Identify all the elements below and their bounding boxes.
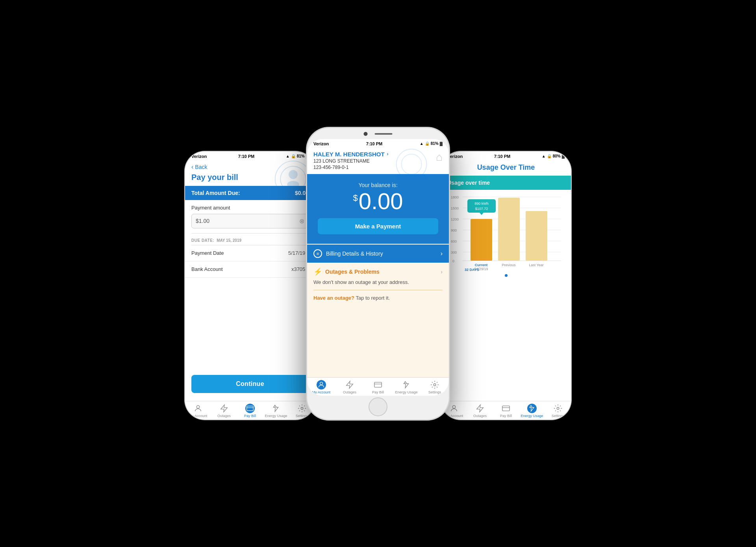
status-bar-center: Verizon 7:10 PM ▲ 🔒 81% ▓ — [307, 139, 449, 148]
account-icon-left — [193, 404, 203, 413]
continue-button[interactable]: Continue — [191, 375, 309, 393]
account-icon-right — [449, 404, 459, 413]
nav-label-energy-left: Energy Usage — [265, 414, 287, 418]
nav-label-outages-left: Outages — [217, 414, 231, 418]
payment-input-row[interactable]: $1.00 ⊗ — [191, 214, 309, 228]
nav-item-outages-left[interactable]: Outages — [211, 404, 237, 418]
phone-left: Verizon 7:10 PM ▲ 🔒 81% ▓ — [185, 152, 315, 419]
svg-marker-12 — [346, 381, 353, 388]
nav-label-paybill-left: Pay Bill — [244, 414, 256, 418]
outages-header[interactable]: ⚡ Outages & Problems › — [307, 263, 449, 279]
home-button[interactable] — [369, 397, 387, 416]
clear-input-icon[interactable]: ⊗ — [299, 217, 304, 225]
chart-dot-1 — [505, 274, 508, 277]
bank-account-label: Bank Account — [191, 266, 223, 272]
bank-account-value: x3705 › — [291, 266, 309, 273]
billing-details-label: Billing Details & History — [326, 250, 383, 257]
phone-center-screen: Verizon 7:10 PM ▲ 🔒 81% ▓ — [307, 139, 449, 396]
svg-text:Last Year: Last Year — [529, 263, 544, 267]
svg-text:0: 0 — [452, 259, 454, 263]
screen-content-left: ‹ Back Pay your bill Total Amount Due: $… — [185, 160, 315, 401]
svg-rect-35 — [498, 198, 520, 261]
balance-amount-row: $ 0.00 — [307, 190, 449, 213]
chart-area: 1800 1500 1200 900 600 300 0 890 kWh $10… — [441, 190, 571, 401]
nav-item-paybill-left[interactable]: Pay Bill — [237, 404, 263, 418]
balance-dollar: $ — [353, 193, 358, 203]
outages-section: ⚡ Outages & Problems › We don't show an … — [307, 263, 449, 377]
profile-bg-svg — [274, 160, 312, 198]
nav-item-energy-center[interactable]: Energy Usage — [392, 380, 421, 394]
svg-point-11 — [320, 382, 323, 385]
battery-left: ▲ 🔒 81% ▓ — [286, 154, 309, 158]
svg-rect-30 — [471, 219, 492, 261]
phone-left-screen: Verizon 7:10 PM ▲ 🔒 81% ▓ — [185, 152, 315, 419]
nav-item-paybill-center[interactable]: Pay Bill — [364, 380, 392, 394]
billing-details-row[interactable]: ≡ Billing Details & History › — [307, 245, 449, 263]
bottom-nav-right: My Account Outages Pay Bill — [441, 401, 571, 419]
billing-chevron-icon: › — [441, 250, 443, 257]
svg-rect-36 — [526, 211, 547, 261]
nav-item-outages-center[interactable]: Outages — [335, 380, 364, 394]
outages-left: ⚡ Outages & Problems — [313, 267, 380, 276]
billing-icon: ≡ — [313, 249, 322, 258]
svg-rect-6 — [247, 406, 254, 411]
nav-item-settings-center[interactable]: Settings — [421, 380, 449, 394]
account-header: HALEY M. HENDERSHOT › 123 LONG STREETNAM… — [307, 148, 449, 174]
svg-marker-42 — [477, 404, 484, 412]
phone-right-screen: Verizon 7:10 PM ▲ 🔒 80% ▓ Usage Over Tim… — [441, 152, 571, 419]
battery-center: ▲ 🔒 81% ▓ — [420, 141, 443, 146]
paybill-icon-right — [501, 404, 511, 413]
nav-item-paybill-right[interactable]: Pay Bill — [493, 404, 519, 418]
balance-section: Your balance is: $ 0.00 Make a Payment — [307, 174, 449, 244]
energy-icon-right — [527, 404, 537, 413]
bottom-nav-left: My Account Outages Pay Bill — [185, 401, 315, 419]
svg-text:1500: 1500 — [451, 206, 459, 210]
time-center: 7:10 PM — [366, 141, 383, 146]
carrier-left: Verizon — [191, 154, 207, 159]
days-label-area: 32 DAYS — [447, 268, 565, 272]
svg-text:Current: Current — [475, 263, 488, 267]
payment-section: Payment amount $1.00 ⊗ — [185, 200, 315, 233]
time-left: 7:10 PM — [238, 154, 255, 159]
svg-point-4 — [196, 405, 199, 408]
nav-item-energy-right[interactable]: Energy Usage — [519, 404, 545, 418]
billing-details-left: ≡ Billing Details & History — [313, 249, 383, 258]
carrier-right: Verizon — [447, 154, 463, 159]
nav-label-settings-center: Settings — [428, 390, 441, 394]
svg-text:$107.72: $107.72 — [475, 207, 488, 211]
svg-point-45 — [557, 407, 559, 410]
make-payment-button[interactable]: Make a Payment — [318, 218, 438, 234]
nav-item-energy-left[interactable]: Energy Usage — [263, 404, 289, 418]
nav-item-settings-right[interactable]: Settings — [545, 404, 571, 418]
nav-item-outages-right[interactable]: Outages — [467, 404, 493, 418]
settings-icon-right — [553, 404, 563, 413]
nav-label-account-right: My Account — [445, 414, 463, 418]
account-profile-bg — [396, 148, 427, 180]
nav-item-account-left[interactable]: My Account — [185, 404, 211, 418]
balance-amount: 0.00 — [359, 190, 403, 213]
have-outage-row[interactable]: Have an outage? Tap to report it. — [307, 290, 449, 306]
svg-rect-43 — [502, 406, 510, 411]
outages-lightning-icon: ⚡ — [313, 267, 322, 276]
battery-right: ▲ 🔒 80% ▓ — [542, 154, 565, 158]
nav-item-account-center[interactable]: My Account — [307, 380, 335, 394]
svg-point-9 — [397, 149, 427, 179]
nav-label-settings-left: Settings — [296, 414, 309, 418]
svg-text:600: 600 — [451, 239, 457, 243]
continue-btn-wrap: Continue — [185, 367, 315, 401]
center-speaker-bar — [375, 133, 393, 135]
svg-text:1200: 1200 — [451, 217, 459, 221]
bank-account-row[interactable]: Bank Account x3705 › — [185, 261, 315, 278]
svg-marker-34 — [480, 213, 484, 215]
account-name-chevron-icon: › — [387, 151, 389, 157]
svg-point-3 — [287, 181, 299, 188]
nav-label-account-center: My Account — [312, 390, 331, 394]
nav-label-energy-center: Energy Usage — [395, 390, 417, 394]
phone-center: Verizon 7:10 PM ▲ 🔒 81% ▓ — [307, 128, 449, 419]
payment-date-row[interactable]: Payment Date 5/17/19 › — [185, 245, 315, 261]
svg-text:Previous: Previous — [502, 263, 516, 267]
usage-time-header: Usage over time — [441, 176, 571, 190]
nav-label-energy-right: Energy Usage — [521, 414, 543, 418]
pay-bill-header: ‹ Back Pay your bill — [185, 160, 315, 186]
outages-icon-center — [345, 380, 354, 389]
